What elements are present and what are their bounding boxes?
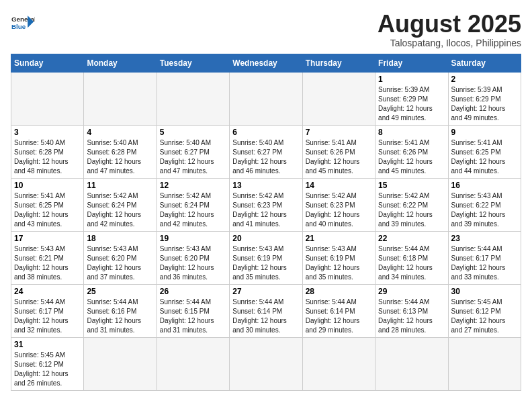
- calendar-cell: 15Sunrise: 5:42 AMSunset: 6:22 PMDayligh…: [375, 178, 448, 231]
- calendar-cell: 27Sunrise: 5:44 AMSunset: 6:14 PMDayligh…: [230, 284, 302, 337]
- day-info: Sunrise: 5:45 AMSunset: 6:12 PMDaylight:…: [451, 298, 518, 335]
- day-number: 16: [451, 181, 518, 190]
- day-info: Sunrise: 5:41 AMSunset: 6:25 PMDaylight:…: [14, 191, 81, 229]
- calendar-cell: 30Sunrise: 5:45 AMSunset: 6:12 PMDayligh…: [448, 284, 521, 337]
- day-number: 28: [306, 287, 372, 296]
- day-info: Sunrise: 5:44 AMSunset: 6:16 PMDaylight:…: [87, 298, 153, 335]
- calendar-cell: 28Sunrise: 5:44 AMSunset: 6:14 PMDayligh…: [302, 284, 375, 337]
- day-number: 27: [232, 287, 299, 296]
- day-number: 11: [87, 181, 153, 190]
- logo-icon: General Blue: [11, 11, 35, 35]
- weekday-header-thursday: Thursday: [302, 54, 375, 72]
- weekday-header-sunday: Sunday: [11, 54, 84, 72]
- logo: General Blue: [11, 11, 35, 35]
- day-info: Sunrise: 5:44 AMSunset: 6:14 PMDaylight:…: [232, 298, 299, 335]
- calendar-cell: [230, 337, 302, 390]
- calendar-cell: 12Sunrise: 5:42 AMSunset: 6:24 PMDayligh…: [157, 178, 229, 231]
- calendar-cell: 4Sunrise: 5:40 AMSunset: 6:28 PMDaylight…: [84, 125, 157, 178]
- day-number: 20: [232, 234, 299, 243]
- day-info: Sunrise: 5:41 AMSunset: 6:25 PMDaylight:…: [451, 138, 518, 176]
- day-number: 4: [87, 128, 153, 137]
- day-info: Sunrise: 5:43 AMSunset: 6:20 PMDaylight:…: [87, 244, 153, 282]
- day-number: 30: [451, 287, 518, 296]
- calendar-cell: [375, 337, 448, 390]
- day-info: Sunrise: 5:41 AMSunset: 6:26 PMDaylight:…: [306, 138, 372, 176]
- weekday-header-saturday: Saturday: [448, 54, 521, 72]
- calendar-cell: [157, 72, 229, 125]
- week-row-4: 17Sunrise: 5:43 AMSunset: 6:21 PMDayligh…: [11, 231, 521, 284]
- calendar-cell: 1Sunrise: 5:39 AMSunset: 6:29 PMDaylight…: [375, 72, 448, 125]
- week-row-5: 24Sunrise: 5:44 AMSunset: 6:17 PMDayligh…: [11, 284, 521, 337]
- calendar-cell: 8Sunrise: 5:41 AMSunset: 6:26 PMDaylight…: [375, 125, 448, 178]
- weekday-header-tuesday: Tuesday: [157, 54, 229, 72]
- day-info: Sunrise: 5:44 AMSunset: 6:17 PMDaylight:…: [14, 298, 81, 335]
- calendar-cell: [11, 72, 84, 125]
- day-number: 13: [232, 181, 299, 190]
- day-info: Sunrise: 5:44 AMSunset: 6:15 PMDaylight:…: [160, 298, 226, 335]
- weekday-header-monday: Monday: [84, 54, 157, 72]
- title-block: August 2025 Talospatang, Ilocos, Philipp…: [378, 11, 521, 48]
- day-number: 10: [14, 181, 81, 190]
- calendar-cell: 21Sunrise: 5:43 AMSunset: 6:19 PMDayligh…: [302, 231, 375, 284]
- calendar-cell: 9Sunrise: 5:41 AMSunset: 6:25 PMDaylight…: [448, 125, 521, 178]
- day-number: 12: [160, 181, 226, 190]
- day-number: 22: [378, 234, 445, 243]
- calendar-table: SundayMondayTuesdayWednesdayThursdayFrid…: [11, 54, 521, 391]
- day-number: 21: [306, 234, 372, 243]
- calendar-subtitle: Talospatang, Ilocos, Philippines: [378, 38, 521, 48]
- day-info: Sunrise: 5:43 AMSunset: 6:19 PMDaylight:…: [232, 244, 299, 282]
- calendar-cell: 29Sunrise: 5:44 AMSunset: 6:13 PMDayligh…: [375, 284, 448, 337]
- day-info: Sunrise: 5:40 AMSunset: 6:27 PMDaylight:…: [232, 138, 299, 176]
- day-info: Sunrise: 5:42 AMSunset: 6:22 PMDaylight:…: [378, 191, 445, 229]
- calendar-cell: 16Sunrise: 5:43 AMSunset: 6:22 PMDayligh…: [448, 178, 521, 231]
- day-info: Sunrise: 5:43 AMSunset: 6:22 PMDaylight:…: [451, 191, 518, 229]
- day-info: Sunrise: 5:40 AMSunset: 6:28 PMDaylight:…: [14, 138, 81, 176]
- calendar-cell: 23Sunrise: 5:44 AMSunset: 6:17 PMDayligh…: [448, 231, 521, 284]
- weekday-header-friday: Friday: [375, 54, 448, 72]
- week-row-1: 1Sunrise: 5:39 AMSunset: 6:29 PMDaylight…: [11, 72, 521, 125]
- day-info: Sunrise: 5:44 AMSunset: 6:17 PMDaylight:…: [451, 244, 518, 282]
- day-info: Sunrise: 5:43 AMSunset: 6:21 PMDaylight:…: [14, 244, 81, 282]
- day-number: 5: [160, 128, 226, 137]
- day-info: Sunrise: 5:43 AMSunset: 6:19 PMDaylight:…: [306, 244, 372, 282]
- day-number: 18: [87, 234, 153, 243]
- week-row-3: 10Sunrise: 5:41 AMSunset: 6:25 PMDayligh…: [11, 178, 521, 231]
- day-number: 14: [306, 181, 372, 190]
- calendar-cell: 20Sunrise: 5:43 AMSunset: 6:19 PMDayligh…: [230, 231, 302, 284]
- calendar-cell: [302, 72, 375, 125]
- day-number: 26: [160, 287, 226, 296]
- day-info: Sunrise: 5:39 AMSunset: 6:29 PMDaylight:…: [378, 85, 445, 123]
- calendar-cell: 14Sunrise: 5:42 AMSunset: 6:23 PMDayligh…: [302, 178, 375, 231]
- calendar-cell: 5Sunrise: 5:40 AMSunset: 6:27 PMDaylight…: [157, 125, 229, 178]
- day-number: 17: [14, 234, 81, 243]
- day-number: 3: [14, 128, 81, 137]
- week-row-6: 31Sunrise: 5:45 AMSunset: 6:12 PMDayligh…: [11, 337, 521, 390]
- day-number: 29: [378, 287, 445, 296]
- day-info: Sunrise: 5:41 AMSunset: 6:26 PMDaylight:…: [378, 138, 445, 176]
- day-number: 8: [378, 128, 445, 137]
- day-number: 15: [378, 181, 445, 190]
- calendar-cell: 6Sunrise: 5:40 AMSunset: 6:27 PMDaylight…: [230, 125, 302, 178]
- calendar-cell: 19Sunrise: 5:43 AMSunset: 6:20 PMDayligh…: [157, 231, 229, 284]
- calendar-cell: [84, 337, 157, 390]
- day-info: Sunrise: 5:42 AMSunset: 6:23 PMDaylight:…: [306, 191, 372, 229]
- calendar-cell: 18Sunrise: 5:43 AMSunset: 6:20 PMDayligh…: [84, 231, 157, 284]
- day-info: Sunrise: 5:45 AMSunset: 6:12 PMDaylight:…: [14, 351, 81, 388]
- day-number: 6: [232, 128, 299, 137]
- calendar-cell: 17Sunrise: 5:43 AMSunset: 6:21 PMDayligh…: [11, 231, 84, 284]
- day-info: Sunrise: 5:42 AMSunset: 6:23 PMDaylight:…: [232, 191, 299, 229]
- header: General Blue August 2025 Talospatang, Il…: [11, 11, 521, 48]
- calendar-cell: 13Sunrise: 5:42 AMSunset: 6:23 PMDayligh…: [230, 178, 302, 231]
- calendar-cell: 7Sunrise: 5:41 AMSunset: 6:26 PMDaylight…: [302, 125, 375, 178]
- calendar-cell: 26Sunrise: 5:44 AMSunset: 6:15 PMDayligh…: [157, 284, 229, 337]
- calendar-cell: [302, 337, 375, 390]
- day-info: Sunrise: 5:42 AMSunset: 6:24 PMDaylight:…: [160, 191, 226, 229]
- day-number: 19: [160, 234, 226, 243]
- day-info: Sunrise: 5:39 AMSunset: 6:29 PMDaylight:…: [451, 85, 518, 123]
- day-info: Sunrise: 5:40 AMSunset: 6:28 PMDaylight:…: [87, 138, 153, 176]
- day-info: Sunrise: 5:44 AMSunset: 6:14 PMDaylight:…: [306, 298, 372, 335]
- day-info: Sunrise: 5:40 AMSunset: 6:27 PMDaylight:…: [160, 138, 226, 176]
- calendar-cell: 24Sunrise: 5:44 AMSunset: 6:17 PMDayligh…: [11, 284, 84, 337]
- calendar-cell: [157, 337, 229, 390]
- calendar-cell: 25Sunrise: 5:44 AMSunset: 6:16 PMDayligh…: [84, 284, 157, 337]
